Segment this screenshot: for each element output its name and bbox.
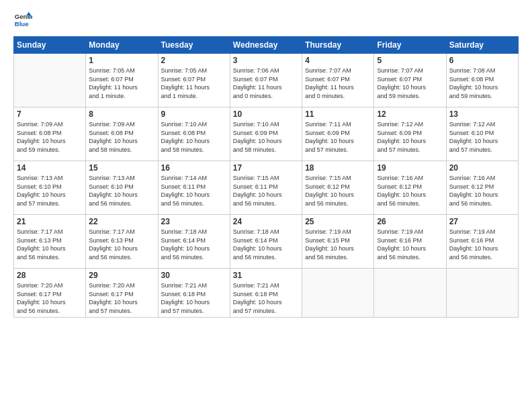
day-info: Sunrise: 7:19 AM Sunset: 6:15 PM Dayligh…	[305, 228, 371, 261]
day-info: Sunrise: 7:19 AM Sunset: 6:16 PM Dayligh…	[377, 228, 443, 261]
week-row-4: 21Sunrise: 7:17 AM Sunset: 6:13 PM Dayli…	[14, 215, 519, 269]
day-cell: 4Sunrise: 7:07 AM Sunset: 6:07 PM Daylig…	[302, 54, 374, 107]
day-number: 21	[17, 217, 83, 226]
day-number: 28	[17, 271, 83, 280]
day-info: Sunrise: 7:05 AM Sunset: 6:07 PM Dayligh…	[161, 66, 227, 100]
day-cell: 9Sunrise: 7:10 AM Sunset: 6:08 PM Daylig…	[158, 107, 230, 161]
day-info: Sunrise: 7:07 AM Sunset: 6:07 PM Dayligh…	[377, 66, 443, 100]
day-number: 1	[89, 56, 154, 65]
day-info: Sunrise: 7:19 AM Sunset: 6:16 PM Dayligh…	[449, 228, 515, 261]
header-row: SundayMondayTuesdayWednesdayThursdayFrid…	[14, 37, 519, 54]
day-cell: 6Sunrise: 7:08 AM Sunset: 6:08 PM Daylig…	[446, 54, 518, 107]
day-info: Sunrise: 7:20 AM Sunset: 6:17 PM Dayligh…	[89, 281, 154, 315]
day-cell: 13Sunrise: 7:12 AM Sunset: 6:10 PM Dayli…	[446, 107, 518, 161]
day-cell: 7Sunrise: 7:09 AM Sunset: 6:08 PM Daylig…	[14, 107, 86, 161]
col-header-saturday: Saturday	[446, 37, 518, 54]
day-cell: 21Sunrise: 7:17 AM Sunset: 6:13 PM Dayli…	[14, 215, 86, 269]
day-cell	[14, 54, 86, 107]
day-cell: 28Sunrise: 7:20 AM Sunset: 6:17 PM Dayli…	[14, 269, 86, 318]
day-info: Sunrise: 7:13 AM Sunset: 6:10 PM Dayligh…	[17, 174, 83, 208]
day-info: Sunrise: 7:18 AM Sunset: 6:14 PM Dayligh…	[233, 228, 299, 261]
day-cell: 31Sunrise: 7:21 AM Sunset: 6:18 PM Dayli…	[230, 269, 302, 318]
day-number: 30	[161, 271, 227, 280]
day-number: 18	[305, 163, 371, 173]
day-number: 14	[17, 163, 83, 173]
day-info: Sunrise: 7:13 AM Sunset: 6:10 PM Dayligh…	[89, 174, 154, 208]
day-info: Sunrise: 7:05 AM Sunset: 6:07 PM Dayligh…	[89, 66, 154, 100]
header: General Blue	[13, 11, 519, 30]
day-number: 11	[305, 109, 371, 119]
week-row-5: 28Sunrise: 7:20 AM Sunset: 6:17 PM Dayli…	[14, 269, 519, 318]
day-info: Sunrise: 7:12 AM Sunset: 6:10 PM Dayligh…	[449, 120, 515, 154]
day-cell: 3Sunrise: 7:06 AM Sunset: 6:07 PM Daylig…	[230, 54, 302, 107]
day-number: 24	[233, 217, 299, 226]
day-number: 3	[233, 56, 299, 65]
day-number: 22	[89, 217, 154, 226]
day-number: 17	[233, 163, 299, 173]
day-info: Sunrise: 7:17 AM Sunset: 6:13 PM Dayligh…	[89, 228, 154, 261]
day-cell: 19Sunrise: 7:16 AM Sunset: 6:12 PM Dayli…	[374, 161, 446, 215]
day-cell: 11Sunrise: 7:11 AM Sunset: 6:09 PM Dayli…	[302, 107, 374, 161]
day-number: 12	[377, 109, 443, 119]
day-info: Sunrise: 7:09 AM Sunset: 6:08 PM Dayligh…	[89, 120, 154, 154]
day-info: Sunrise: 7:17 AM Sunset: 6:13 PM Dayligh…	[17, 228, 83, 261]
day-cell: 1Sunrise: 7:05 AM Sunset: 6:07 PM Daylig…	[86, 54, 158, 107]
day-number: 7	[17, 109, 83, 119]
col-header-friday: Friday	[374, 37, 446, 54]
day-cell: 2Sunrise: 7:05 AM Sunset: 6:07 PM Daylig…	[158, 54, 230, 107]
day-number: 27	[449, 217, 515, 226]
day-cell: 18Sunrise: 7:15 AM Sunset: 6:12 PM Dayli…	[302, 161, 374, 215]
day-cell	[374, 269, 446, 318]
day-number: 16	[161, 163, 227, 173]
day-number: 26	[377, 217, 443, 226]
col-header-monday: Monday	[86, 37, 158, 54]
day-cell: 20Sunrise: 7:16 AM Sunset: 6:12 PM Dayli…	[446, 161, 518, 215]
day-number: 19	[377, 163, 443, 173]
day-cell: 16Sunrise: 7:14 AM Sunset: 6:11 PM Dayli…	[158, 161, 230, 215]
day-info: Sunrise: 7:16 AM Sunset: 6:12 PM Dayligh…	[377, 174, 443, 208]
day-number: 4	[305, 56, 371, 65]
day-info: Sunrise: 7:09 AM Sunset: 6:08 PM Dayligh…	[17, 120, 83, 154]
col-header-sunday: Sunday	[14, 37, 86, 54]
day-number: 25	[305, 217, 371, 226]
page: General Blue SundayMondayTuesdayWednesda…	[0, 0, 532, 411]
day-number: 15	[89, 163, 154, 173]
col-header-tuesday: Tuesday	[158, 37, 230, 54]
day-cell: 23Sunrise: 7:18 AM Sunset: 6:14 PM Dayli…	[158, 215, 230, 269]
day-cell: 26Sunrise: 7:19 AM Sunset: 6:16 PM Dayli…	[374, 215, 446, 269]
week-row-3: 14Sunrise: 7:13 AM Sunset: 6:10 PM Dayli…	[14, 161, 519, 215]
col-header-thursday: Thursday	[302, 37, 374, 54]
day-cell	[302, 269, 374, 318]
day-cell: 14Sunrise: 7:13 AM Sunset: 6:10 PM Dayli…	[14, 161, 86, 215]
day-info: Sunrise: 7:18 AM Sunset: 6:14 PM Dayligh…	[161, 228, 227, 261]
day-number: 31	[233, 271, 299, 280]
day-cell: 22Sunrise: 7:17 AM Sunset: 6:13 PM Dayli…	[86, 215, 158, 269]
day-number: 20	[449, 163, 515, 173]
calendar-table: SundayMondayTuesdayWednesdayThursdayFrid…	[13, 36, 519, 318]
day-info: Sunrise: 7:21 AM Sunset: 6:18 PM Dayligh…	[233, 281, 299, 315]
day-info: Sunrise: 7:16 AM Sunset: 6:12 PM Dayligh…	[449, 174, 515, 208]
logo-icon: General Blue	[13, 11, 32, 30]
day-cell: 17Sunrise: 7:15 AM Sunset: 6:11 PM Dayli…	[230, 161, 302, 215]
day-info: Sunrise: 7:10 AM Sunset: 6:09 PM Dayligh…	[233, 120, 299, 154]
day-number: 13	[449, 109, 515, 119]
day-number: 10	[233, 109, 299, 119]
day-cell: 12Sunrise: 7:12 AM Sunset: 6:09 PM Dayli…	[374, 107, 446, 161]
day-cell: 29Sunrise: 7:20 AM Sunset: 6:17 PM Dayli…	[86, 269, 158, 318]
day-info: Sunrise: 7:12 AM Sunset: 6:09 PM Dayligh…	[377, 120, 443, 154]
day-cell: 10Sunrise: 7:10 AM Sunset: 6:09 PM Dayli…	[230, 107, 302, 161]
day-cell: 27Sunrise: 7:19 AM Sunset: 6:16 PM Dayli…	[446, 215, 518, 269]
day-info: Sunrise: 7:10 AM Sunset: 6:08 PM Dayligh…	[161, 120, 227, 154]
day-number: 9	[161, 109, 227, 119]
day-info: Sunrise: 7:21 AM Sunset: 6:18 PM Dayligh…	[161, 281, 227, 315]
day-info: Sunrise: 7:15 AM Sunset: 6:12 PM Dayligh…	[305, 174, 371, 208]
day-info: Sunrise: 7:14 AM Sunset: 6:11 PM Dayligh…	[161, 174, 227, 208]
day-number: 6	[449, 56, 515, 65]
col-header-wednesday: Wednesday	[230, 37, 302, 54]
day-number: 8	[89, 109, 154, 119]
day-cell: 5Sunrise: 7:07 AM Sunset: 6:07 PM Daylig…	[374, 54, 446, 107]
day-info: Sunrise: 7:20 AM Sunset: 6:17 PM Dayligh…	[17, 281, 83, 315]
day-cell: 8Sunrise: 7:09 AM Sunset: 6:08 PM Daylig…	[86, 107, 158, 161]
day-cell: 25Sunrise: 7:19 AM Sunset: 6:15 PM Dayli…	[302, 215, 374, 269]
day-info: Sunrise: 7:08 AM Sunset: 6:08 PM Dayligh…	[449, 66, 515, 100]
